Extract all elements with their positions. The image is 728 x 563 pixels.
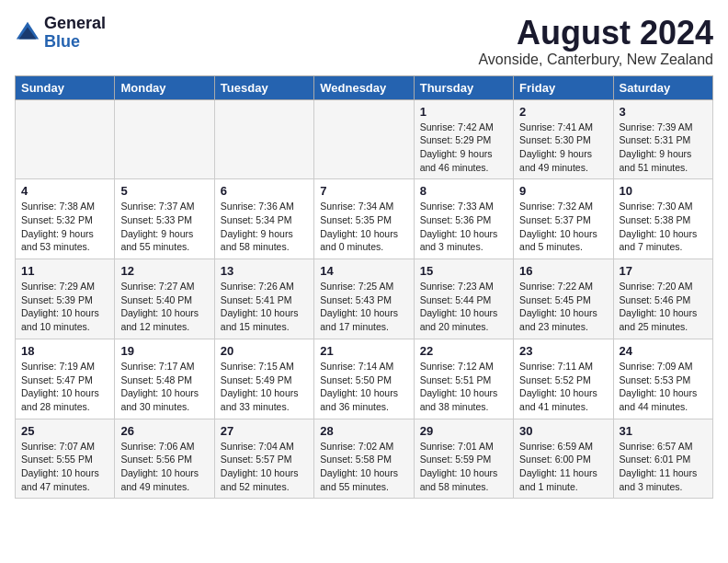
title-block: August 2024 Avonside, Canterbury, New Ze… <box>478 15 713 68</box>
logo-blue: Blue <box>44 33 106 52</box>
day-info: Sunrise: 7:23 AM Sunset: 5:44 PM Dayligh… <box>420 280 507 334</box>
calendar-cell: 25Sunrise: 7:07 AM Sunset: 5:55 PM Dayli… <box>16 419 115 499</box>
day-info: Sunrise: 7:39 AM Sunset: 5:31 PM Dayligh… <box>620 121 707 175</box>
calendar-cell: 29Sunrise: 7:01 AM Sunset: 5:59 PM Dayli… <box>414 419 513 499</box>
day-info: Sunrise: 7:04 AM Sunset: 5:57 PM Dayligh… <box>221 440 308 494</box>
day-info: Sunrise: 7:27 AM Sunset: 5:40 PM Dayligh… <box>120 280 208 334</box>
day-number: 19 <box>120 344 208 358</box>
day-number: 30 <box>519 424 607 438</box>
calendar-cell: 31Sunrise: 6:57 AM Sunset: 6:01 PM Dayli… <box>613 419 712 499</box>
day-number: 7 <box>320 184 407 198</box>
day-info: Sunrise: 7:11 AM Sunset: 5:52 PM Dayligh… <box>519 360 607 414</box>
logo-icon <box>15 20 40 46</box>
day-info: Sunrise: 6:59 AM Sunset: 6:00 PM Dayligh… <box>519 440 607 494</box>
day-number: 26 <box>120 424 208 438</box>
week-row-3: 11Sunrise: 7:29 AM Sunset: 5:39 PM Dayli… <box>16 259 713 339</box>
day-info: Sunrise: 7:41 AM Sunset: 5:30 PM Dayligh… <box>519 121 607 175</box>
day-info: Sunrise: 7:36 AM Sunset: 5:34 PM Dayligh… <box>221 200 308 254</box>
calendar-cell: 6Sunrise: 7:36 AM Sunset: 5:34 PM Daylig… <box>214 179 313 259</box>
calendar-cell: 23Sunrise: 7:11 AM Sunset: 5:52 PM Dayli… <box>514 339 613 419</box>
calendar-cell: 4Sunrise: 7:38 AM Sunset: 5:32 PM Daylig… <box>16 179 115 259</box>
day-number: 22 <box>420 344 507 358</box>
day-number: 28 <box>320 424 407 438</box>
logo: General Blue <box>15 15 106 52</box>
calendar-cell: 16Sunrise: 7:22 AM Sunset: 5:45 PM Dayli… <box>514 259 613 339</box>
day-number: 18 <box>21 344 108 358</box>
day-info: Sunrise: 7:12 AM Sunset: 5:51 PM Dayligh… <box>420 360 507 414</box>
day-info: Sunrise: 7:06 AM Sunset: 5:56 PM Dayligh… <box>120 440 208 494</box>
calendar-cell: 21Sunrise: 7:14 AM Sunset: 5:50 PM Dayli… <box>314 339 414 419</box>
calendar-cell: 26Sunrise: 7:06 AM Sunset: 5:56 PM Dayli… <box>115 419 214 499</box>
calendar-cell: 22Sunrise: 7:12 AM Sunset: 5:51 PM Dayli… <box>414 339 513 419</box>
day-info: Sunrise: 7:25 AM Sunset: 5:43 PM Dayligh… <box>320 280 407 334</box>
day-number: 6 <box>221 184 308 198</box>
day-info: Sunrise: 7:09 AM Sunset: 5:53 PM Dayligh… <box>620 360 707 414</box>
day-info: Sunrise: 7:20 AM Sunset: 5:46 PM Dayligh… <box>620 280 707 334</box>
day-number: 15 <box>420 264 507 278</box>
calendar-cell <box>115 99 214 179</box>
calendar-cell: 19Sunrise: 7:17 AM Sunset: 5:48 PM Dayli… <box>115 339 214 419</box>
day-info: Sunrise: 7:30 AM Sunset: 5:38 PM Dayligh… <box>620 200 707 254</box>
calendar-cell: 9Sunrise: 7:32 AM Sunset: 5:37 PM Daylig… <box>514 179 613 259</box>
day-number: 10 <box>620 184 707 198</box>
calendar-cell: 5Sunrise: 7:37 AM Sunset: 5:33 PM Daylig… <box>115 179 214 259</box>
page-header: General Blue August 2024 Avonside, Cante… <box>15 15 713 68</box>
day-info: Sunrise: 7:02 AM Sunset: 5:58 PM Dayligh… <box>320 440 407 494</box>
calendar-cell: 2Sunrise: 7:41 AM Sunset: 5:30 PM Daylig… <box>514 99 613 179</box>
week-row-5: 25Sunrise: 7:07 AM Sunset: 5:55 PM Dayli… <box>16 419 713 499</box>
day-number: 12 <box>120 264 208 278</box>
week-row-1: 1Sunrise: 7:42 AM Sunset: 5:29 PM Daylig… <box>16 99 713 179</box>
day-number: 11 <box>21 264 108 278</box>
calendar-cell <box>314 99 414 179</box>
day-number: 1 <box>420 105 507 119</box>
day-number: 29 <box>420 424 507 438</box>
day-info: Sunrise: 7:33 AM Sunset: 5:36 PM Dayligh… <box>420 200 507 254</box>
day-number: 8 <box>420 184 507 198</box>
calendar-cell: 11Sunrise: 7:29 AM Sunset: 5:39 PM Dayli… <box>16 259 115 339</box>
week-row-2: 4Sunrise: 7:38 AM Sunset: 5:32 PM Daylig… <box>16 179 713 259</box>
calendar-cell: 15Sunrise: 7:23 AM Sunset: 5:44 PM Dayli… <box>414 259 513 339</box>
day-info: Sunrise: 7:17 AM Sunset: 5:48 PM Dayligh… <box>120 360 208 414</box>
calendar-cell: 28Sunrise: 7:02 AM Sunset: 5:58 PM Dayli… <box>314 419 414 499</box>
header-day-wednesday: Wednesday <box>314 75 414 99</box>
calendar-cell: 14Sunrise: 7:25 AM Sunset: 5:43 PM Dayli… <box>314 259 414 339</box>
day-info: Sunrise: 7:29 AM Sunset: 5:39 PM Dayligh… <box>21 280 108 334</box>
day-info: Sunrise: 7:01 AM Sunset: 5:59 PM Dayligh… <box>420 440 507 494</box>
calendar-cell: 8Sunrise: 7:33 AM Sunset: 5:36 PM Daylig… <box>414 179 513 259</box>
day-info: Sunrise: 7:42 AM Sunset: 5:29 PM Dayligh… <box>420 121 507 175</box>
calendar-cell: 12Sunrise: 7:27 AM Sunset: 5:40 PM Dayli… <box>115 259 214 339</box>
calendar-cell: 10Sunrise: 7:30 AM Sunset: 5:38 PM Dayli… <box>613 179 712 259</box>
day-number: 3 <box>620 105 707 119</box>
day-number: 21 <box>320 344 407 358</box>
day-info: Sunrise: 6:57 AM Sunset: 6:01 PM Dayligh… <box>620 440 707 494</box>
week-row-4: 18Sunrise: 7:19 AM Sunset: 5:47 PM Dayli… <box>16 339 713 419</box>
day-info: Sunrise: 7:22 AM Sunset: 5:45 PM Dayligh… <box>519 280 607 334</box>
calendar-title: August 2024 <box>478 15 713 52</box>
day-number: 16 <box>519 264 607 278</box>
day-number: 9 <box>519 184 607 198</box>
calendar-cell: 20Sunrise: 7:15 AM Sunset: 5:49 PM Dayli… <box>214 339 313 419</box>
day-number: 24 <box>620 344 707 358</box>
day-number: 27 <box>221 424 308 438</box>
header-day-friday: Friday <box>514 75 613 99</box>
day-info: Sunrise: 7:38 AM Sunset: 5:32 PM Dayligh… <box>21 200 108 254</box>
day-number: 23 <box>519 344 607 358</box>
calendar-cell: 13Sunrise: 7:26 AM Sunset: 5:41 PM Dayli… <box>214 259 313 339</box>
calendar-cell <box>16 99 115 179</box>
day-info: Sunrise: 7:37 AM Sunset: 5:33 PM Dayligh… <box>120 200 208 254</box>
day-number: 20 <box>221 344 308 358</box>
day-number: 5 <box>120 184 208 198</box>
day-number: 17 <box>620 264 707 278</box>
calendar-cell: 27Sunrise: 7:04 AM Sunset: 5:57 PM Dayli… <box>214 419 313 499</box>
day-info: Sunrise: 7:07 AM Sunset: 5:55 PM Dayligh… <box>21 440 108 494</box>
header-day-tuesday: Tuesday <box>214 75 313 99</box>
day-info: Sunrise: 7:34 AM Sunset: 5:35 PM Dayligh… <box>320 200 407 254</box>
calendar-cell: 30Sunrise: 6:59 AM Sunset: 6:00 PM Dayli… <box>514 419 613 499</box>
day-info: Sunrise: 7:32 AM Sunset: 5:37 PM Dayligh… <box>519 200 607 254</box>
day-info: Sunrise: 7:26 AM Sunset: 5:41 PM Dayligh… <box>221 280 308 334</box>
day-number: 31 <box>620 424 707 438</box>
calendar-cell <box>214 99 313 179</box>
logo-general: General <box>44 15 106 33</box>
calendar-cell: 24Sunrise: 7:09 AM Sunset: 5:53 PM Dayli… <box>613 339 712 419</box>
day-number: 14 <box>320 264 407 278</box>
